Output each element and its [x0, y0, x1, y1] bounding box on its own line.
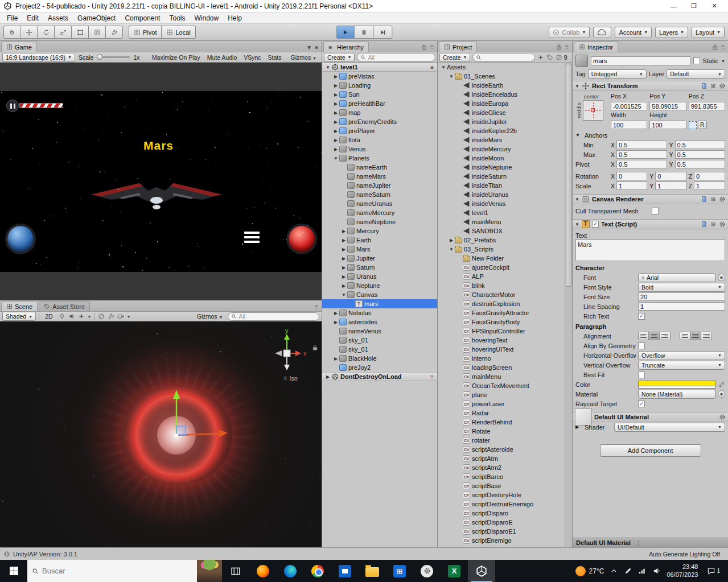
- gear-icon[interactable]: [719, 82, 726, 89]
- hand-tool-button[interactable]: [3, 26, 20, 39]
- hierarchy-item-saturn[interactable]: ▶Saturn: [322, 263, 437, 272]
- hierarchy-item-nameearth[interactable]: nameEarth: [322, 163, 437, 172]
- hierarchy-item-loading[interactable]: ▶Loading: [322, 81, 437, 90]
- project-item-insideuranus[interactable]: insideUranus: [438, 190, 565, 199]
- panel-menu-icon[interactable]: ≡: [315, 304, 318, 310]
- component-enabled-checkbox[interactable]: [592, 221, 599, 228]
- pen-tray-icon[interactable]: [624, 567, 632, 575]
- lock-icon[interactable]: [421, 44, 427, 51]
- gear-icon[interactable]: [719, 221, 726, 228]
- move-tool-button[interactable]: [20, 26, 38, 39]
- step-button[interactable]: [373, 26, 392, 39]
- status-message[interactable]: UnityIAP Version: 3.0.1: [13, 551, 77, 558]
- rect-transform-header[interactable]: ▼ Rect Transform: [573, 81, 728, 91]
- pivot-toggle-button[interactable]: Pivot: [129, 26, 162, 39]
- object-picker-icon[interactable]: ◉: [718, 274, 725, 281]
- hierarchy-item-preplayer[interactable]: ▶prePlayer: [322, 126, 437, 135]
- hierarchy-item-blackhole[interactable]: ▶BlackHole: [322, 354, 437, 363]
- project-item-03_scripts[interactable]: ▼03_Scripts: [438, 245, 565, 254]
- project-search-input[interactable]: [472, 53, 535, 61]
- hierarchy-item-mercury[interactable]: ▶Mercury: [322, 226, 437, 236]
- hierarchy-item-sun[interactable]: ▶Sun: [322, 90, 437, 99]
- layers-dropdown[interactable]: Layers▼: [655, 27, 688, 38]
- static-dropdown-caret-icon[interactable]: ▼: [721, 59, 725, 63]
- align-center-button[interactable]: [649, 332, 660, 340]
- menu-tools[interactable]: Tools: [164, 14, 190, 23]
- pivot-x-field[interactable]: [616, 160, 667, 168]
- material-object-field[interactable]: None (Material): [638, 390, 715, 399]
- store-taskbar-icon[interactable]: [386, 560, 413, 582]
- hierarchy-item-earth[interactable]: ▶Earth: [322, 236, 437, 245]
- edge-taskbar-icon[interactable]: [277, 560, 304, 582]
- scale-slider[interactable]: [97, 56, 130, 58]
- local-toggle-button[interactable]: Local: [162, 26, 195, 39]
- hierarchy-item-namemercury[interactable]: nameMercury: [322, 208, 437, 217]
- hierarchy-item-nameneptune[interactable]: nameNeptune: [322, 217, 437, 226]
- panel-menu-icon[interactable]: ▼: [306, 45, 312, 51]
- anchor-preset-button[interactable]: [583, 100, 603, 121]
- layout-dropdown[interactable]: Layout▼: [692, 27, 725, 38]
- line-spacing-field[interactable]: [638, 302, 725, 311]
- project-item-blink[interactable]: C#blink: [438, 281, 565, 290]
- gear-icon[interactable]: [719, 414, 726, 420]
- project-item-insidemercury[interactable]: insideMercury: [438, 145, 565, 154]
- tag-dropdown[interactable]: Untagged▼: [588, 69, 647, 79]
- presets-icon[interactable]: [710, 196, 717, 203]
- project-item-fauxgravitybody[interactable]: C#FauxGravityBody: [438, 317, 565, 327]
- help-icon[interactable]: [701, 196, 708, 203]
- game-view[interactable]: Mars: [0, 63, 322, 300]
- project-item-mainmenu[interactable]: mainMenu: [438, 217, 565, 226]
- hierarchy-item-neptune[interactable]: ▶Neptune: [322, 281, 437, 290]
- rich-text-checkbox[interactable]: [638, 313, 645, 320]
- hierarchy-item-mars[interactable]: ▶Mars: [322, 245, 437, 254]
- volume-tray-icon[interactable]: [652, 567, 661, 575]
- gameobject-name-field[interactable]: [591, 56, 690, 65]
- project-item-scriptenemigo[interactable]: C#scriptEnemigo: [438, 536, 565, 545]
- project-item-insidemars[interactable]: insideMars: [438, 135, 565, 145]
- project-item-destruirexplosion[interactable]: C#destruirExplosion: [438, 299, 565, 308]
- start-button[interactable]: [0, 560, 27, 582]
- anchor-min-x-field[interactable]: [616, 141, 667, 149]
- game-gizmos-dropdown[interactable]: Gizmos ▼: [288, 53, 319, 61]
- project-item-fpsinputcontroller[interactable]: C#FPSInputController: [438, 327, 565, 336]
- hierarchy-item-namesaturn[interactable]: nameSaturn: [322, 190, 437, 199]
- project-item-insidetitan[interactable]: insideTitan: [438, 181, 565, 190]
- foldout-arrow[interactable]: ▶: [332, 311, 339, 316]
- close-button[interactable]: ✕: [704, 0, 725, 12]
- aspect-dropdown[interactable]: 16:9 Landscape (16:9)▼: [2, 53, 75, 62]
- raycast-target-checkbox[interactable]: [638, 401, 645, 407]
- draw-mode-dropdown[interactable]: Shaded▼: [2, 312, 36, 321]
- material-preview-header[interactable]: Default UI Material: [573, 412, 728, 422]
- chrome-taskbar-icon[interactable]: [304, 560, 331, 582]
- tray-expand-icon[interactable]: [610, 567, 618, 575]
- auto-generate-lighting-label[interactable]: Auto Generate Lighting Off: [649, 551, 725, 558]
- project-item-plane[interactable]: C#plane: [438, 390, 565, 399]
- hierarchy-item-asteroides[interactable]: ▶asteroides: [322, 317, 437, 327]
- cloud-button[interactable]: [593, 27, 611, 38]
- project-item-insidegliese[interactable]: insideGliese: [438, 108, 565, 117]
- component-tools-icon[interactable]: [108, 313, 114, 320]
- project-item-insideenceladus[interactable]: insideEnceladus: [438, 90, 565, 99]
- game-toggle-stats[interactable]: Stats: [265, 53, 285, 61]
- tab-project[interactable]: Project: [439, 42, 477, 52]
- panel-menu-icon[interactable]: ≡: [430, 64, 436, 71]
- custom-tool-button[interactable]: [106, 26, 123, 39]
- hierarchy-item-sky_01[interactable]: sky_01: [322, 345, 437, 354]
- scene-orientation-gizmo[interactable]: y x: [264, 326, 309, 375]
- anchor-max-y-field[interactable]: [675, 150, 725, 159]
- project-item-hoveringuitext[interactable]: C#hoveringUIText: [438, 345, 565, 354]
- taskbar-search-input[interactable]: [42, 567, 179, 575]
- foldout-arrow[interactable]: ▶: [332, 110, 339, 115]
- scene-view[interactable]: y x ≡Iso: [0, 321, 322, 547]
- file-explorer-taskbar-icon[interactable]: [359, 560, 386, 582]
- hidden-packages-icon[interactable]: [556, 54, 562, 61]
- project-item-mainmenu[interactable]: C#mainMenu: [438, 372, 565, 381]
- project-item-sandbox[interactable]: SANDBOX: [438, 226, 565, 236]
- eyedropper-icon[interactable]: [718, 381, 725, 388]
- pivot-y-field[interactable]: [675, 160, 725, 168]
- foldout-arrow[interactable]: ▶: [332, 101, 339, 106]
- hierarchy-item-sky_01[interactable]: sky_01: [322, 336, 437, 345]
- layer-dropdown[interactable]: Default▼: [667, 69, 725, 79]
- foldout-arrow[interactable]: ▶: [332, 138, 339, 143]
- hierarchy-item-flota[interactable]: ▶flota: [322, 135, 437, 145]
